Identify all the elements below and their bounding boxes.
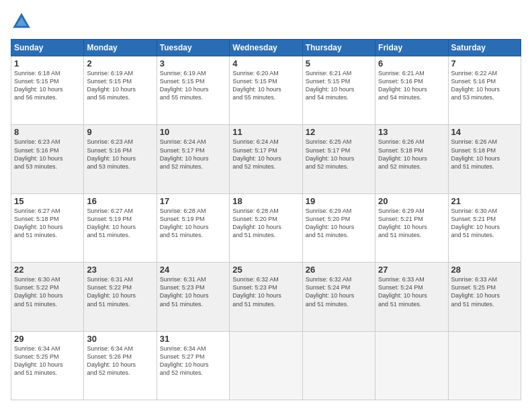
calendar-day-cell: 4Sunrise: 6:20 AM Sunset: 5:15 PM Daylig… xyxy=(230,56,302,125)
calendar-day-cell: 3Sunrise: 6:19 AM Sunset: 5:15 PM Daylig… xyxy=(157,56,229,125)
calendar-day-cell: 17Sunrise: 6:28 AM Sunset: 5:19 PM Dayli… xyxy=(157,193,229,262)
calendar-header-row: SundayMondayTuesdayWednesdayThursdayFrid… xyxy=(11,40,521,56)
calendar-week-row: 29Sunrise: 6:34 AM Sunset: 5:25 PM Dayli… xyxy=(11,331,521,400)
calendar-week-row: 1Sunrise: 6:18 AM Sunset: 5:15 PM Daylig… xyxy=(11,56,521,125)
day-info: Sunrise: 6:27 AM Sunset: 5:19 PM Dayligh… xyxy=(87,207,153,240)
calendar-day-cell: 7Sunrise: 6:22 AM Sunset: 5:16 PM Daylig… xyxy=(448,56,521,125)
day-number: 28 xyxy=(451,265,518,275)
col-header-wednesday: Wednesday xyxy=(230,40,302,56)
col-header-saturday: Saturday xyxy=(448,40,521,56)
day-number: 13 xyxy=(378,127,445,137)
day-number: 26 xyxy=(306,265,372,275)
day-info: Sunrise: 6:34 AM Sunset: 5:26 PM Dayligh… xyxy=(87,345,153,377)
calendar-day-cell: 5Sunrise: 6:21 AM Sunset: 5:15 PM Daylig… xyxy=(302,56,375,125)
logo xyxy=(11,11,35,32)
day-number: 27 xyxy=(378,265,445,275)
day-number: 16 xyxy=(87,196,153,206)
day-number: 10 xyxy=(160,127,226,137)
day-info: Sunrise: 6:20 AM Sunset: 5:15 PM Dayligh… xyxy=(232,69,299,102)
day-info: Sunrise: 6:31 AM Sunset: 5:22 PM Dayligh… xyxy=(87,275,153,308)
calendar-day-cell: 31Sunrise: 6:34 AM Sunset: 5:27 PM Dayli… xyxy=(157,331,229,400)
day-number: 3 xyxy=(160,58,226,68)
calendar-day-cell: 16Sunrise: 6:27 AM Sunset: 5:19 PM Dayli… xyxy=(84,193,157,262)
day-info: Sunrise: 6:33 AM Sunset: 5:24 PM Dayligh… xyxy=(378,275,445,308)
calendar-day-cell xyxy=(448,331,521,400)
day-info: Sunrise: 6:30 AM Sunset: 5:21 PM Dayligh… xyxy=(451,207,518,240)
day-info: Sunrise: 6:23 AM Sunset: 5:16 PM Dayligh… xyxy=(87,138,153,171)
header xyxy=(11,11,521,32)
day-number: 5 xyxy=(306,58,372,68)
page: SundayMondayTuesdayWednesdayThursdayFrid… xyxy=(0,0,532,411)
calendar-day-cell: 13Sunrise: 6:26 AM Sunset: 5:18 PM Dayli… xyxy=(375,125,448,193)
calendar-day-cell xyxy=(302,331,375,400)
calendar-day-cell: 8Sunrise: 6:23 AM Sunset: 5:16 PM Daylig… xyxy=(11,125,84,193)
calendar-day-cell: 30Sunrise: 6:34 AM Sunset: 5:26 PM Dayli… xyxy=(84,331,157,400)
calendar-day-cell: 24Sunrise: 6:31 AM Sunset: 5:23 PM Dayli… xyxy=(157,263,229,331)
day-number: 12 xyxy=(306,127,372,137)
day-info: Sunrise: 6:24 AM Sunset: 5:17 PM Dayligh… xyxy=(160,138,226,171)
calendar-day-cell: 21Sunrise: 6:30 AM Sunset: 5:21 PM Dayli… xyxy=(448,193,521,262)
day-info: Sunrise: 6:29 AM Sunset: 5:20 PM Dayligh… xyxy=(306,207,372,240)
calendar-day-cell: 11Sunrise: 6:24 AM Sunset: 5:17 PM Dayli… xyxy=(230,125,302,193)
day-number: 30 xyxy=(87,334,153,344)
day-info: Sunrise: 6:32 AM Sunset: 5:23 PM Dayligh… xyxy=(232,275,299,308)
day-info: Sunrise: 6:28 AM Sunset: 5:19 PM Dayligh… xyxy=(160,207,226,240)
calendar-day-cell: 9Sunrise: 6:23 AM Sunset: 5:16 PM Daylig… xyxy=(84,125,157,193)
calendar-table: SundayMondayTuesdayWednesdayThursdayFrid… xyxy=(11,39,521,400)
calendar-week-row: 8Sunrise: 6:23 AM Sunset: 5:16 PM Daylig… xyxy=(11,125,521,193)
day-info: Sunrise: 6:28 AM Sunset: 5:20 PM Dayligh… xyxy=(232,207,299,240)
day-info: Sunrise: 6:22 AM Sunset: 5:16 PM Dayligh… xyxy=(451,69,518,102)
day-number: 19 xyxy=(306,196,372,206)
calendar-day-cell: 25Sunrise: 6:32 AM Sunset: 5:23 PM Dayli… xyxy=(230,263,302,331)
col-header-thursday: Thursday xyxy=(302,40,375,56)
col-header-friday: Friday xyxy=(375,40,448,56)
day-info: Sunrise: 6:24 AM Sunset: 5:17 PM Dayligh… xyxy=(232,138,299,171)
calendar-day-cell: 27Sunrise: 6:33 AM Sunset: 5:24 PM Dayli… xyxy=(375,263,448,331)
calendar-day-cell: 14Sunrise: 6:26 AM Sunset: 5:18 PM Dayli… xyxy=(448,125,521,193)
day-number: 21 xyxy=(451,196,518,206)
day-info: Sunrise: 6:25 AM Sunset: 5:17 PM Dayligh… xyxy=(306,138,372,171)
day-info: Sunrise: 6:34 AM Sunset: 5:27 PM Dayligh… xyxy=(160,345,226,377)
calendar-day-cell: 12Sunrise: 6:25 AM Sunset: 5:17 PM Dayli… xyxy=(302,125,375,193)
day-info: Sunrise: 6:33 AM Sunset: 5:25 PM Dayligh… xyxy=(451,275,518,308)
calendar-day-cell: 1Sunrise: 6:18 AM Sunset: 5:15 PM Daylig… xyxy=(11,56,84,125)
calendar-week-row: 22Sunrise: 6:30 AM Sunset: 5:22 PM Dayli… xyxy=(11,263,521,331)
day-number: 2 xyxy=(87,58,153,68)
calendar-day-cell: 29Sunrise: 6:34 AM Sunset: 5:25 PM Dayli… xyxy=(11,331,84,400)
day-number: 14 xyxy=(451,127,518,137)
col-header-sunday: Sunday xyxy=(11,40,84,56)
calendar-day-cell: 26Sunrise: 6:32 AM Sunset: 5:24 PM Dayli… xyxy=(302,263,375,331)
col-header-tuesday: Tuesday xyxy=(157,40,229,56)
day-number: 7 xyxy=(451,58,518,68)
day-info: Sunrise: 6:19 AM Sunset: 5:15 PM Dayligh… xyxy=(87,69,153,102)
calendar-day-cell xyxy=(375,331,448,400)
calendar-day-cell: 20Sunrise: 6:29 AM Sunset: 5:21 PM Dayli… xyxy=(375,193,448,262)
day-number: 29 xyxy=(14,334,81,344)
day-number: 17 xyxy=(160,196,226,206)
day-info: Sunrise: 6:21 AM Sunset: 5:15 PM Dayligh… xyxy=(306,69,372,102)
calendar-day-cell: 22Sunrise: 6:30 AM Sunset: 5:22 PM Dayli… xyxy=(11,263,84,331)
col-header-monday: Monday xyxy=(84,40,157,56)
day-number: 24 xyxy=(160,265,226,275)
day-number: 20 xyxy=(378,196,445,206)
day-info: Sunrise: 6:34 AM Sunset: 5:25 PM Dayligh… xyxy=(14,345,81,377)
calendar-day-cell: 6Sunrise: 6:21 AM Sunset: 5:16 PM Daylig… xyxy=(375,56,448,125)
day-info: Sunrise: 6:26 AM Sunset: 5:18 PM Dayligh… xyxy=(378,138,445,171)
day-number: 4 xyxy=(232,58,299,68)
day-number: 25 xyxy=(232,265,299,275)
day-info: Sunrise: 6:31 AM Sunset: 5:23 PM Dayligh… xyxy=(160,275,226,308)
calendar-day-cell: 2Sunrise: 6:19 AM Sunset: 5:15 PM Daylig… xyxy=(84,56,157,125)
calendar-day-cell xyxy=(230,331,302,400)
logo-icon xyxy=(11,11,32,32)
day-number: 18 xyxy=(232,196,299,206)
day-number: 1 xyxy=(14,58,81,68)
calendar-day-cell: 19Sunrise: 6:29 AM Sunset: 5:20 PM Dayli… xyxy=(302,193,375,262)
calendar-day-cell: 10Sunrise: 6:24 AM Sunset: 5:17 PM Dayli… xyxy=(157,125,229,193)
day-info: Sunrise: 6:26 AM Sunset: 5:18 PM Dayligh… xyxy=(451,138,518,171)
calendar-day-cell: 15Sunrise: 6:27 AM Sunset: 5:18 PM Dayli… xyxy=(11,193,84,262)
day-info: Sunrise: 6:19 AM Sunset: 5:15 PM Dayligh… xyxy=(160,69,226,102)
day-info: Sunrise: 6:30 AM Sunset: 5:22 PM Dayligh… xyxy=(14,275,81,308)
day-number: 22 xyxy=(14,265,81,275)
calendar-week-row: 15Sunrise: 6:27 AM Sunset: 5:18 PM Dayli… xyxy=(11,193,521,262)
calendar-day-cell: 28Sunrise: 6:33 AM Sunset: 5:25 PM Dayli… xyxy=(448,263,521,331)
